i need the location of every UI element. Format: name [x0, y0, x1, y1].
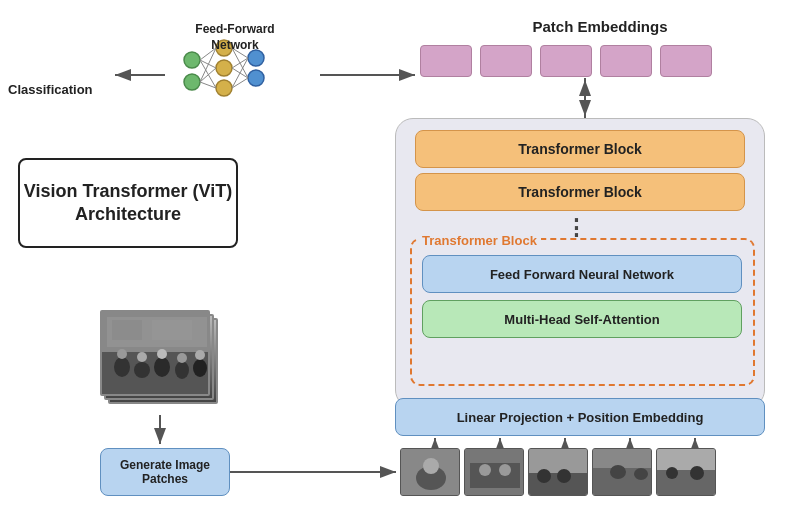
transformer-block-1: Transformer Block [415, 130, 745, 168]
svg-point-40 [117, 349, 127, 359]
svg-point-62 [557, 469, 571, 483]
vit-architecture-box: Vision Transformer (ViT)Architecture [18, 158, 238, 248]
image-patch-2 [464, 448, 524, 496]
svg-point-5 [184, 52, 200, 68]
transformer-block-2-label: Transformer Block [518, 184, 642, 200]
svg-point-6 [184, 74, 200, 90]
diagram: Classification Feed-ForwardNetwork Patch… [0, 0, 789, 511]
svg-point-11 [248, 70, 264, 86]
ffn-network-title: Feed-ForwardNetwork [185, 22, 285, 53]
patch-embed-5 [660, 45, 712, 77]
transformer-block-1-label: Transformer Block [518, 141, 642, 157]
svg-line-16 [200, 68, 216, 82]
svg-line-22 [232, 58, 248, 88]
ffnn-box: Feed Forward Neural Network [422, 255, 742, 293]
svg-rect-51 [152, 320, 192, 340]
svg-point-48 [195, 350, 205, 360]
vit-title: Vision Transformer (ViT)Architecture [24, 180, 232, 227]
patch-embed-1 [420, 45, 472, 77]
svg-point-44 [157, 349, 167, 359]
svg-line-21 [232, 68, 248, 78]
transformer-block-dashed-label: Transformer Block [418, 233, 541, 248]
generate-patches-label: Generate Image Patches [101, 458, 229, 486]
svg-point-69 [666, 467, 678, 479]
mhsa-label: Multi-Head Self-Attention [504, 312, 659, 327]
svg-line-17 [200, 82, 216, 88]
image-patch-3 [528, 448, 588, 496]
svg-line-23 [232, 78, 248, 88]
svg-rect-68 [657, 470, 715, 496]
svg-point-46 [177, 353, 187, 363]
svg-point-9 [216, 80, 232, 96]
patch-embeddings-label: Patch Embeddings [470, 18, 730, 35]
svg-point-66 [634, 468, 648, 480]
image-patches-row [400, 448, 716, 496]
svg-point-65 [610, 465, 626, 479]
stacked-images [100, 310, 220, 410]
svg-point-57 [479, 464, 491, 476]
patch-embeddings-row [420, 45, 712, 77]
stacked-img-front [100, 310, 210, 396]
svg-point-70 [690, 466, 704, 480]
image-patch-5 [656, 448, 716, 496]
svg-line-20 [232, 58, 248, 68]
classification-label: Classification [8, 82, 93, 97]
svg-point-61 [537, 469, 551, 483]
svg-point-41 [134, 362, 150, 378]
svg-point-43 [154, 357, 170, 377]
image-patch-4 [592, 448, 652, 496]
linear-projection-box: Linear Projection + Position Embedding [395, 398, 765, 436]
svg-rect-50 [112, 320, 142, 340]
patch-embed-4 [600, 45, 652, 77]
ffnn-label: Feed Forward Neural Network [490, 267, 674, 282]
patch-embed-3 [540, 45, 592, 77]
svg-point-54 [423, 458, 439, 474]
transformer-block-2: Transformer Block [415, 173, 745, 211]
svg-point-58 [499, 464, 511, 476]
svg-line-14 [200, 60, 216, 88]
image-patch-1 [400, 448, 460, 496]
linear-projection-label: Linear Projection + Position Embedding [457, 410, 704, 425]
svg-point-8 [216, 60, 232, 76]
svg-rect-56 [470, 463, 520, 488]
mhsa-box: Multi-Head Self-Attention [422, 300, 742, 338]
svg-point-39 [114, 357, 130, 377]
svg-point-42 [137, 352, 147, 362]
generate-patches-box: Generate Image Patches [100, 448, 230, 496]
svg-line-13 [200, 60, 216, 68]
svg-point-47 [193, 359, 207, 377]
svg-point-45 [175, 361, 189, 379]
patch-embed-2 [480, 45, 532, 77]
